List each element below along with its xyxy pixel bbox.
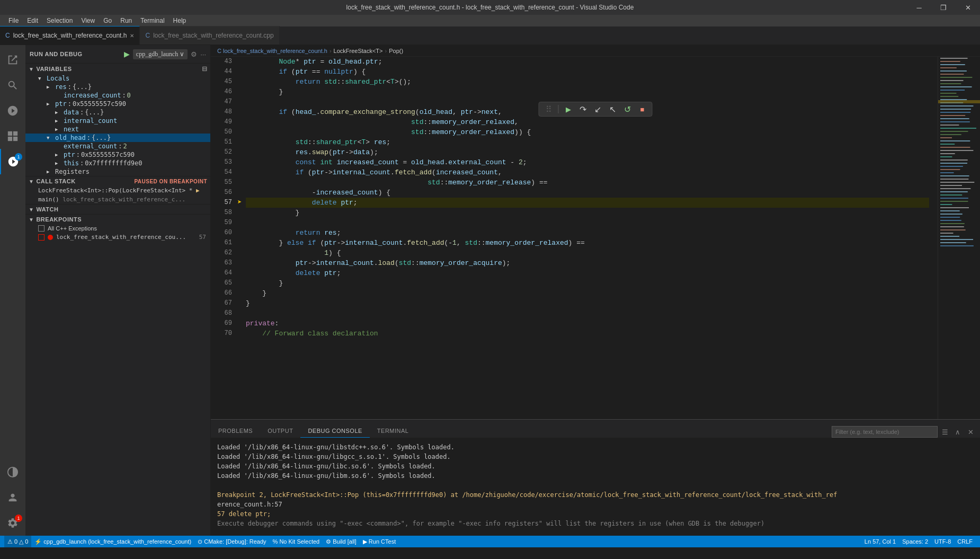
menu-help[interactable]: Help — [169, 16, 191, 25]
bc-method[interactable]: Pop() — [389, 48, 403, 54]
code-line-58: } — [246, 208, 929, 218]
menu-edit[interactable]: Edit — [23, 16, 42, 25]
main-editor: C lock_free_stack_with_reference_count.h… — [211, 45, 980, 536]
var-this[interactable]: ▶ this : 0x7ffffffffd9e0 — [25, 159, 210, 167]
watch-header[interactable]: ▼ WATCH — [25, 204, 210, 214]
status-build[interactable]: ⚙ Build [all] — [323, 536, 360, 547]
variables-chevron: ▼ — [29, 66, 34, 72]
activity-explorer[interactable] — [0, 47, 25, 73]
ln-59: 59 — [211, 218, 232, 228]
menu-view[interactable]: View — [77, 16, 99, 25]
status-config[interactable]: ⚡ cpp_gdb_launch (lock_free_stack_with_r… — [31, 536, 194, 547]
activity-extensions[interactable] — [0, 123, 25, 149]
close-button[interactable]: ✕ — [956, 0, 980, 15]
ln-49: 49 — [211, 117, 232, 127]
debug-drag-handle[interactable]: ⠿ — [542, 103, 555, 115]
activity-remote[interactable] — [0, 459, 25, 485]
bp-all-cpp-checkbox[interactable] — [38, 225, 44, 232]
var-internal-count[interactable]: ▶ internal_count — [25, 117, 210, 125]
debug-toolbar-sep1 — [558, 105, 559, 113]
var-ptr2[interactable]: ▶ ptr : 0x55555557c590 — [25, 150, 210, 159]
status-encoding[interactable]: UTF-8 — [931, 536, 954, 547]
menu-terminal[interactable]: Terminal — [136, 16, 168, 25]
activity-run-debug[interactable]: 1 — [0, 149, 25, 174]
tab-icon-cpp: C — [145, 32, 150, 39]
panel-tab-terminal[interactable]: TERMINAL — [370, 424, 416, 438]
code-line-49: std::memory_order_relaxed, — [246, 117, 929, 127]
tab-close-h[interactable]: ✕ — [130, 33, 134, 39]
maximize-button[interactable]: ❐ — [931, 0, 956, 15]
code-line-52: res.swap(ptr->data); — [246, 147, 929, 157]
panel-tab-output[interactable]: OUTPUT — [260, 424, 300, 438]
activity-account[interactable] — [0, 485, 25, 510]
panel-list-icon[interactable]: ☰ — [940, 427, 950, 437]
ln-51: 51 — [211, 137, 232, 147]
tab-header-h[interactable]: C lock_free_stack_with_reference_count.h… — [0, 26, 140, 45]
variables-collapse-all[interactable]: ⊟ — [202, 65, 208, 73]
code-line-68 — [246, 308, 929, 318]
var-ptr[interactable]: ▶ ptr : 0x55555557c590 — [25, 100, 210, 108]
panel-tab-problems[interactable]: PROBLEMS — [211, 424, 260, 438]
var-data[interactable]: ▶ data : {...} — [25, 108, 210, 117]
status-kit[interactable]: % No Kit Selected — [270, 536, 323, 547]
stack-frame-1[interactable]: main() lock_free_stack_with_reference_c.… — [25, 195, 210, 204]
svg-rect-1 — [13, 131, 17, 136]
menu-file[interactable]: File — [4, 16, 23, 25]
status-kit-icon: % — [273, 538, 278, 545]
var-old-head[interactable]: ▼ old_head : {...} — [25, 134, 210, 142]
panel-collapse-button[interactable]: ∧ — [952, 427, 963, 437]
stack-frame-0[interactable]: LockFreeStack<Int>::Pop(LockFreeStack<In… — [25, 186, 210, 195]
variables-section-header[interactable]: ▼ VARIABLES ⊟ — [25, 64, 210, 74]
status-spaces[interactable]: Spaces: 2 — [899, 536, 931, 547]
debug-continue-button[interactable]: ▶ — [562, 103, 575, 115]
bp-all-cpp[interactable]: All C++ Exceptions — [25, 224, 210, 233]
activity-search[interactable] — [0, 73, 25, 98]
config-dropdown[interactable]: cpp_gdb_launch ∨ — [133, 49, 188, 59]
line-numbers: 43 44 45 46 47 48 49 50 51 52 53 54 55 5… — [211, 57, 237, 419]
panel-tabs: PROBLEMS OUTPUT DEBUG CONSOLE TERMINAL ☰… — [211, 420, 980, 438]
debug-restart-button[interactable]: ↺ — [621, 103, 634, 115]
status-position[interactable]: Ln 57, Col 1 — [861, 536, 899, 547]
panel-filter-input[interactable] — [832, 426, 938, 438]
editor-body: ⠿ ▶ ↷ ↙ ↖ ↺ ■ 43 44 45 46 47 — [211, 57, 980, 536]
activity-settings[interactable]: 1 — [0, 510, 25, 536]
code-line-66: } — [246, 288, 929, 298]
code-line-60: return res; — [246, 228, 929, 238]
var-external-count[interactable]: external_count : 2 — [25, 142, 210, 150]
minimize-button[interactable]: ─ — [907, 0, 931, 15]
status-ctest[interactable]: ▶ Run CTest — [360, 536, 399, 547]
var-registers[interactable]: ▶ Registers — [25, 167, 210, 176]
var-res[interactable]: ▶ res : {...} — [25, 83, 210, 91]
code-line-67: } — [246, 298, 929, 308]
panel-tab-debug-console[interactable]: DEBUG CONSOLE — [300, 424, 369, 438]
console-line-9: Execute debugger commands using "-exec <… — [217, 519, 974, 528]
debug-step-out-button[interactable]: ↖ — [607, 103, 619, 115]
code-line-63: ptr->internal_count.load(std::memory_ord… — [246, 258, 929, 268]
call-stack-header[interactable]: ▼ CALL STACK PAUSED ON BREAKPOINT — [25, 176, 210, 186]
bc-class[interactable]: LockFreeStack<T> — [334, 48, 383, 54]
locals-group[interactable]: ▼ Locals — [25, 74, 210, 83]
status-eol[interactable]: CRLF — [954, 536, 976, 547]
bc-file[interactable]: C lock_free_stack_with_reference_count.h — [217, 48, 327, 54]
status-error-icon: ⚠ — [7, 538, 13, 545]
start-debug-button[interactable]: ▶ — [124, 50, 130, 58]
debug-more-button[interactable]: ··· — [200, 50, 206, 58]
bp-file[interactable]: lock_free_stack_with_reference_cou... 57 — [25, 233, 210, 242]
menu-go[interactable]: Go — [99, 16, 116, 25]
status-cmake[interactable]: ⊙ CMake: [Debug]: Ready — [194, 536, 269, 547]
code-line-45: return std::shared_ptr<T>(); — [246, 77, 929, 87]
menu-selection[interactable]: Selection — [42, 16, 77, 25]
bp-file-checkbox[interactable] — [38, 234, 44, 241]
tab-header-cpp[interactable]: C lock_free_stack_with_reference_count.c… — [140, 26, 279, 45]
debug-stop-button[interactable]: ■ — [636, 103, 649, 115]
debug-settings-button[interactable]: ⚙ — [191, 50, 197, 58]
var-next[interactable]: ▶ next — [25, 125, 210, 134]
var-increased-count[interactable]: increased_count : 0 — [25, 91, 210, 100]
menu-run[interactable]: Run — [116, 16, 136, 25]
debug-step-over-button[interactable]: ↷ — [577, 103, 590, 115]
panel-close-button[interactable]: ✕ — [965, 427, 976, 437]
activity-git[interactable] — [0, 98, 25, 123]
debug-step-into-button[interactable]: ↙ — [592, 103, 604, 115]
breakpoints-header[interactable]: ▼ BREAKPOINTS — [25, 214, 210, 224]
status-errors[interactable]: ⚠ 0 △ 0 — [4, 536, 31, 547]
